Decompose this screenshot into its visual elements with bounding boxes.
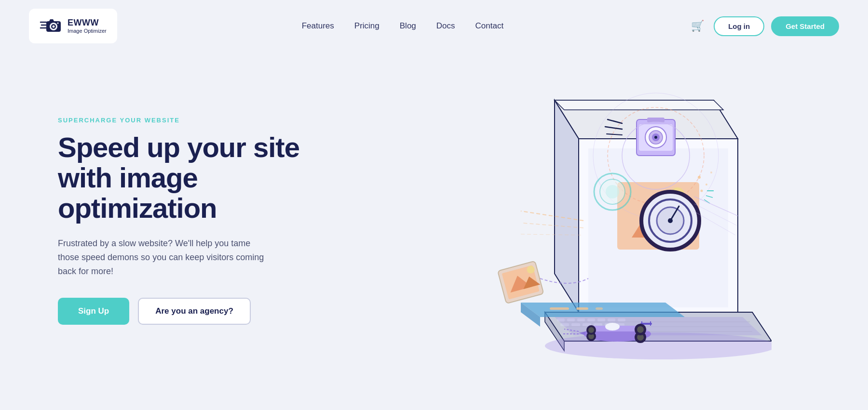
svg-rect-44 <box>576 307 588 310</box>
svg-point-6 <box>53 26 55 28</box>
nav-pricing[interactable]: Pricing <box>354 21 380 31</box>
hero-buttons: Sign Up Are you an agency? <box>58 298 309 325</box>
nav-contact[interactable]: Contact <box>475 21 504 31</box>
svg-point-56 <box>588 327 594 333</box>
hero-eyebrow: SUPERCHARGE YOUR WEBSITE <box>58 117 309 124</box>
svg-point-52 <box>605 323 620 331</box>
nav-links: Features Pricing Blog Docs Contact <box>302 21 503 31</box>
svg-point-68 <box>654 136 657 139</box>
sign-up-button[interactable]: Sign Up <box>58 298 129 325</box>
svg-point-40 <box>545 332 772 359</box>
svg-point-97 <box>701 190 703 192</box>
nav-features[interactable]: Features <box>302 21 334 31</box>
cart-icon: 🛒 <box>691 20 704 32</box>
nav-actions: 🛒 Log in Get Started <box>688 16 839 36</box>
logo-title: EWWW <box>68 18 107 28</box>
hero-description: Frustrated by a slow website? We'll help… <box>58 237 270 278</box>
svg-rect-45 <box>596 307 603 310</box>
svg-point-95 <box>698 176 701 179</box>
svg-marker-10 <box>555 100 723 110</box>
get-started-button[interactable]: Get Started <box>771 16 839 36</box>
hero-content: SUPERCHARGE YOUR WEBSITE Speed up your s… <box>58 117 309 324</box>
svg-point-98 <box>710 172 712 173</box>
hero-illustration <box>309 71 839 370</box>
svg-point-60 <box>637 326 644 333</box>
logo-area: EWWW Image Optimizer <box>29 9 117 43</box>
svg-marker-41 <box>521 303 685 317</box>
nav-docs[interactable]: Docs <box>436 21 455 31</box>
svg-rect-51 <box>650 321 651 326</box>
hero-title: Speed up your site with image optimizati… <box>58 132 309 223</box>
login-button[interactable]: Log in <box>714 16 764 36</box>
nav-blog[interactable]: Blog <box>400 21 416 31</box>
agency-button[interactable]: Are you an agency? <box>138 298 251 325</box>
svg-point-80 <box>606 185 619 198</box>
hero-section: SUPERCHARGE YOUR WEBSITE Speed up your s… <box>0 52 868 399</box>
illustration-svg <box>376 71 772 370</box>
cart-button[interactable]: 🛒 <box>688 17 707 35</box>
navigation: EWWW Image Optimizer Features Pricing Bl… <box>0 0 868 52</box>
svg-point-96 <box>705 184 707 185</box>
svg-rect-43 <box>550 307 569 310</box>
logo-text: EWWW Image Optimizer <box>68 18 107 34</box>
svg-point-77 <box>668 218 673 223</box>
svg-point-7 <box>57 23 59 24</box>
logo-subtitle: Image Optimizer <box>68 28 107 34</box>
logo-icon <box>40 14 63 38</box>
